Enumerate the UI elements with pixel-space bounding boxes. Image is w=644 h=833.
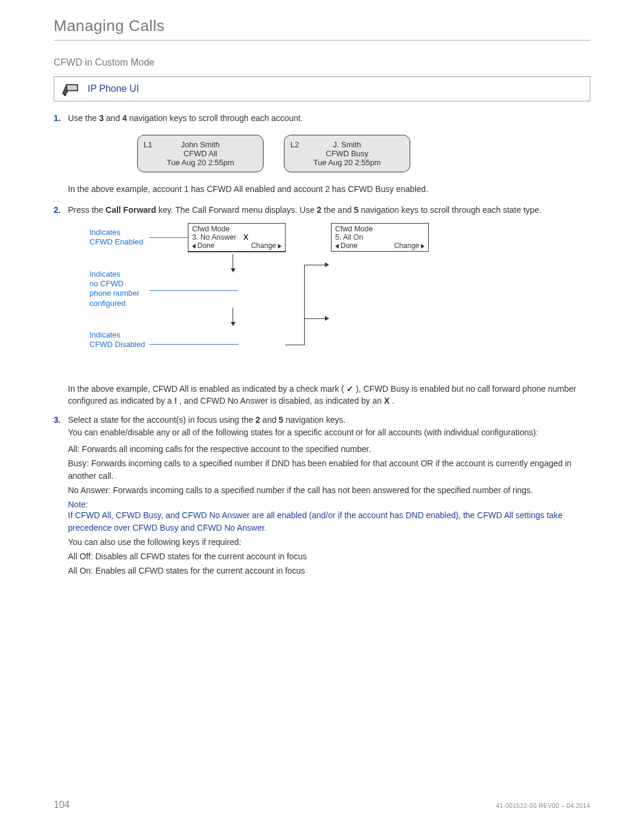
note-a: If CFWD All, CFWD Busy, and CFWD No Answ… [68,510,275,520]
s2g: navigation keys to scroll through each s… [361,205,541,215]
note-b: enabled [277,510,309,520]
branch-v [304,265,305,345]
box5-item: 5. All On [335,233,363,241]
svg-rect-0 [67,85,77,90]
step-number-2: 2. [54,204,61,216]
arrow-2 [233,308,233,326]
inline-bang-icon: ! [174,396,177,405]
step-3: 3. Select a state for the account(s) in … [54,414,590,438]
line-id-l1: L1 [144,140,152,149]
s2a: Press the [68,205,103,215]
page-number: 104 [54,800,70,810]
mode-box-noanswer: Cfwd Mode 3. No Answer X Done Change [188,223,286,252]
connector-3 [149,344,239,345]
step-number-3: 3. [54,414,61,426]
tri-left-icon3 [192,244,196,249]
tri-left-icon5 [335,244,339,249]
step1-tail: navigation keys to scroll through each a… [129,113,303,123]
s2x-a: In the above example, CFWD All is enable… [68,384,344,394]
annot-disabled: Indicates CFWD Disabled [89,330,145,350]
step1-mid: and [106,113,122,123]
nav-key-4: 4 [122,113,127,123]
branch-h2 [304,265,327,265]
done-softkey3: Done [192,241,215,250]
screen-l1-name: John Smith [144,140,257,149]
step-1: 1. Use the 3 and 4 navigation keys to sc… [54,112,590,124]
nav-key-5a: 5 [354,205,359,215]
inline-check-icon: ✓ [346,384,354,394]
nav-key-5b: 5 [278,415,283,425]
account-screens: L1 John Smith CFWD All Tue Aug 20 2:55pm… [137,135,590,172]
svg-point-1 [64,94,66,96]
s3a: Select a state for the account(s) in foc… [68,415,255,425]
arrow-1 [233,254,233,272]
after-note-lead: You can also use the following keys if r… [54,536,590,548]
inline-x-icon: X [384,396,389,405]
step1-lead: Use the [68,113,97,123]
change-softkey5: Change [394,241,425,250]
s2x-g: . [392,396,394,405]
screen-l1-time: Tue Aug 20 2:55pm [144,158,257,167]
s2b: Call Forward [106,205,156,215]
done-softkey5: Done [335,241,358,250]
screen-l2-mode: CFWD Busy [290,149,404,158]
section-subtitle: CFWD in Custom Mode [54,57,590,68]
change-softkey3: Change [251,241,281,250]
screen-l1: L1 John Smith CFWD All Tue Aug 20 2:55pm [137,135,264,172]
bullet-all-text: : Forwards all incoming calls for the re… [78,444,371,454]
bullet-all: All: Forwards all incoming calls for the… [54,443,590,455]
annot-enabled: Indicates CFWD Enabled [89,228,143,247]
nav-key-2a: 2 [317,205,321,215]
bullet-na: No Answer: Forwards incoming calls to a … [54,484,590,496]
connector-2 [149,290,237,291]
bullet-busy-text: : Forwards incoming calls to a specified… [68,459,571,480]
doc-id: 41-001522-00 REV00 – 04.2014 [496,803,590,809]
screen-l2-name: J. Smith [290,140,404,149]
note-block: Note: If CFWD All, CFWD Busy, and CFWD N… [54,500,590,534]
branch-h [285,345,304,345]
s2x-e: , and CFWD No Answer is disabled, as ind… [179,396,382,405]
line-id-l2: L2 [290,140,299,149]
note-lead: Note: [68,500,590,509]
s3e: navigation keys. [286,415,345,425]
branch-arrow-icon [325,262,329,267]
step2-explain: In the above example, CFWD All is enable… [54,383,590,407]
callout-title: IP Phone UI [88,83,139,94]
step-2: 2. Press the Call Forward key. The Call … [54,204,590,216]
screen-l2: L2 J. Smith CFWD Busy Tue Aug 20 2:55pm [284,135,410,172]
title-rule [54,40,590,41]
step1-explain: In the above example, account 1 has CFWD… [54,183,590,195]
s2c: key. The Call Forward menu displays. Use [159,205,315,215]
step-number-1: 1. [54,112,61,124]
screen-l2-time: Tue Aug 20 2:55pm [290,158,404,167]
bullet-alloff: All Off: Disables all CFWD states for th… [54,550,590,562]
mode-box-allon: Cfwd Mode 5. All On Done Change [331,223,429,252]
bullet-allon: All On: Enables all CFWD states for the … [54,565,590,577]
screen-l1-mode: CFWD All [144,149,257,158]
bullet-busy-lead: Busy [68,459,86,468]
allon-text: : Enables all CFWD states for the curren… [91,566,305,575]
allon-lead: All On [68,566,91,575]
s2e: the and [324,205,354,215]
tri-right-icon5 [421,244,425,249]
nav-key-3: 3 [99,113,104,123]
branch-h3 [304,318,327,319]
alloff-text: : Disables all CFWD states for the curre… [91,552,307,561]
s3f: You can enable/disable any or all of the… [68,426,590,438]
annot-no-number: Indicates no CFWD phone number configure… [89,270,140,308]
page: Managing Calls CFWD in Custom Mode IP Ph… [0,0,644,833]
s3c: and [262,415,278,425]
bullet-busy: Busy: Forwards incoming calls to a speci… [54,457,590,482]
nav-key-2b: 2 [255,415,260,425]
ip-phone-icon [60,80,80,97]
bullet-na-text: : Forwards incoming calls to a specified… [109,485,533,495]
alloff-lead: All Off [68,552,91,561]
bullet-all-lead: All [68,444,78,454]
ui-callout: IP Phone UI [54,76,590,101]
tri-right-icon3 [278,244,281,249]
branch-arrow-icon2 [325,316,329,321]
page-footer: 104 41-001522-00 REV00 – 04.2014 [54,800,590,810]
bullet-na-lead: No Answer [68,485,109,495]
page-title: Managing Calls [54,17,590,35]
box-hdr3: Cfwd Mode [192,225,281,233]
